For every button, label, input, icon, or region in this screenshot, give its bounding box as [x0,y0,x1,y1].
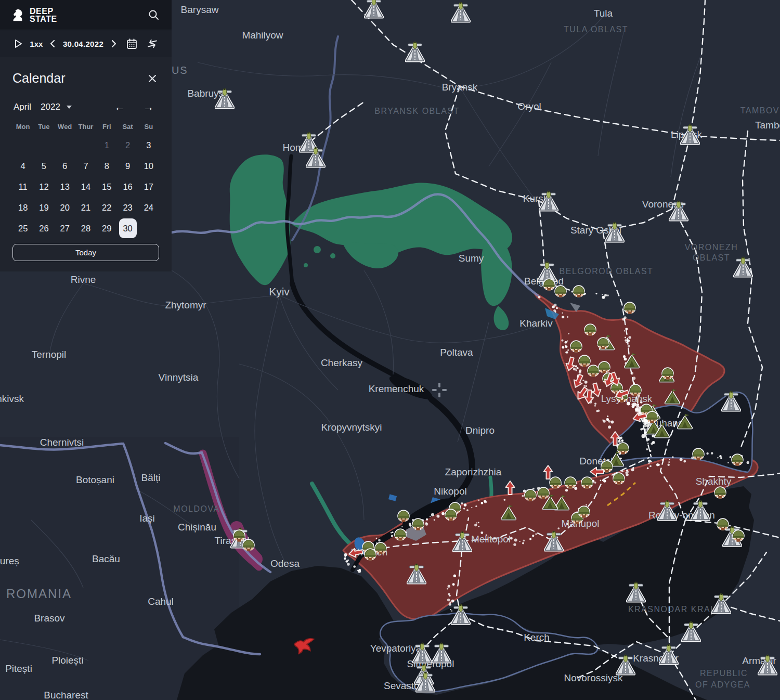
infantry-unit-icon[interactable] [581,477,592,489]
today-button[interactable]: Today [12,244,159,261]
infantry-unit-icon[interactable] [233,530,244,542]
calendar-day-6[interactable]: 6 [55,155,75,176]
playback-speed[interactable]: 1xx [30,40,43,48]
city-label: Rivne [71,274,96,285]
play-button[interactable] [10,36,26,51]
infantry-unit-icon[interactable] [525,490,536,501]
search-button[interactable] [146,7,162,23]
calendar-day-28[interactable]: 28 [75,218,96,239]
city-label: Brasov [34,613,65,624]
year-dropdown[interactable]: 2022 [41,102,60,112]
calendar-day-5[interactable]: 5 [33,155,54,176]
calendar-day-19[interactable]: 19 [33,197,54,218]
calendar-day-9[interactable]: 9 [117,155,138,176]
infantry-unit-icon[interactable] [714,487,725,499]
calendar-day-22[interactable]: 22 [96,197,117,218]
infantry-unit-icon[interactable] [584,325,595,336]
settlement-dot [522,495,524,497]
infantry-unit-icon[interactable] [579,356,590,367]
calendar-day-13[interactable]: 13 [55,176,75,197]
calendar-day-23[interactable]: 23 [117,197,138,218]
infantry-unit-icon[interactable] [538,488,549,499]
calendar-day-26[interactable]: 26 [33,218,54,239]
infantry-unit-icon[interactable] [613,473,624,485]
calendar-day-1[interactable]: 1 [96,135,117,155]
prev-day-button[interactable] [47,37,59,50]
infantry-unit-icon[interactable] [243,540,254,551]
calendar-close-button[interactable] [146,72,159,85]
settlement-dot [683,460,686,463]
infantry-unit-icon[interactable] [693,449,704,460]
infantry-unit-icon[interactable] [573,286,584,297]
calendar-day-24[interactable]: 24 [138,197,159,218]
infantry-unit-icon[interactable] [630,385,641,396]
compare-dates-button[interactable] [144,35,161,52]
calendar-day-20[interactable]: 20 [55,197,75,218]
city-label: Shakhty [696,476,732,487]
infantry-unit-icon[interactable] [717,519,728,530]
settlement-dot [438,516,439,517]
infantry-unit-icon[interactable] [555,286,566,297]
next-month-button[interactable]: → [142,101,155,112]
deepstate-logo[interactable]: DEEP STATE [9,7,57,23]
infantry-unit-icon[interactable] [395,529,406,541]
calendar-day-30[interactable]: 30 [117,218,138,239]
infantry-unit-icon[interactable] [624,303,635,314]
calendar-day-12[interactable]: 12 [33,176,54,197]
settlement-dot [449,602,451,603]
calendar-day-8[interactable]: 8 [96,155,117,176]
settlement-dot [706,452,708,455]
infantry-unit-icon[interactable] [570,341,581,353]
infantry-unit-icon[interactable] [375,543,386,554]
infantry-unit-icon[interactable] [733,530,744,542]
settlement-dot [632,405,635,408]
settlement-dot [669,459,670,460]
infantry-unit-icon[interactable] [412,519,423,530]
calendar-day-18[interactable]: 18 [12,197,33,218]
calendar-day-14[interactable]: 14 [75,176,96,197]
calendar-day-25[interactable]: 25 [12,218,33,239]
infantry-unit-icon[interactable] [543,279,554,291]
calendar-day-15[interactable]: 15 [96,176,117,197]
infantry-unit-icon[interactable] [588,366,599,377]
calendar-day-27[interactable]: 27 [55,218,75,239]
month-dropdown[interactable]: April [14,102,31,112]
calendar-day-2[interactable]: 2 [117,135,138,155]
infantry-unit-icon[interactable] [599,362,609,373]
calendar-day-17[interactable]: 17 [138,176,159,197]
calendar-day-11[interactable]: 11 [12,176,33,197]
infantry-unit-icon[interactable] [646,412,657,423]
infantry-unit-icon[interactable] [445,510,456,521]
settlement-dot [717,457,718,458]
calendar-day-7[interactable]: 7 [75,155,96,176]
calendar-day-29[interactable]: 29 [96,218,117,239]
calendar-day-10[interactable]: 10 [138,155,159,176]
infantry-unit-icon[interactable] [550,477,561,489]
prev-month-button[interactable]: ← [113,101,126,112]
city-label: Ivano-Frankivsk [0,393,24,404]
infantry-unit-icon[interactable] [578,507,589,518]
next-day-button[interactable] [107,37,120,50]
calendar-day-3[interactable]: 3 [138,135,159,155]
infantry-unit-icon[interactable] [732,455,743,466]
infantry-unit-icon[interactable] [365,549,375,561]
settlement-dot [441,512,445,515]
infantry-unit-icon[interactable] [662,368,673,380]
calendar-toggle-button[interactable] [124,36,140,52]
city-label: Cherkasy [321,357,363,368]
city-label: Kremenchuk [369,383,424,394]
infantry-unit-icon[interactable] [617,443,628,455]
settlement-dot [644,429,647,432]
current-date[interactable]: 30.04.2022 [63,40,103,48]
month-selector-row: April 2022 ← → [12,101,159,112]
settlement-dot [626,471,629,473]
city-label: Odesa [270,558,300,569]
calendar-day-4[interactable]: 4 [12,155,33,176]
infantry-unit-icon[interactable] [565,477,576,489]
infantry-unit-icon[interactable] [597,338,608,349]
settlement-dot [642,428,644,430]
infantry-unit-icon[interactable] [398,511,409,522]
calendar-day-16[interactable]: 16 [117,176,138,197]
calendar-day-21[interactable]: 21 [75,197,96,218]
settlement-dot [562,313,563,314]
